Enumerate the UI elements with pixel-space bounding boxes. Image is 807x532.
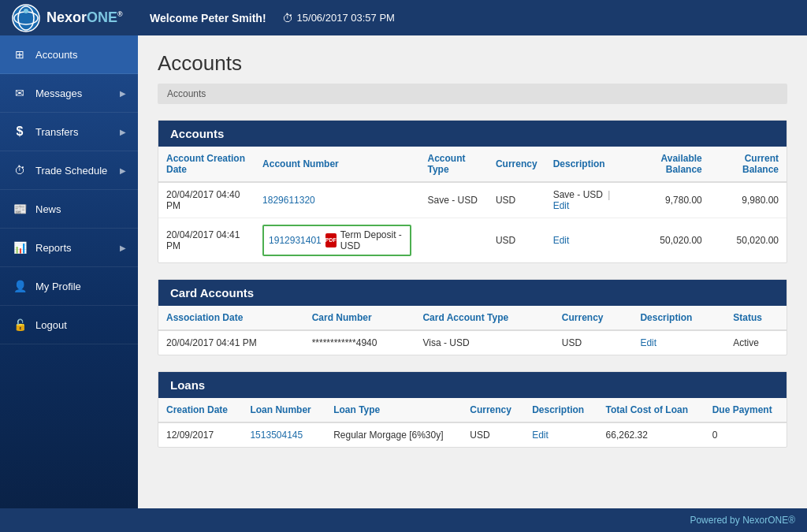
- sidebar-item-news[interactable]: 📰 News: [0, 190, 138, 229]
- card-accounts-heading: Card Accounts: [158, 280, 266, 306]
- col-loan-currency: Currency: [462, 398, 524, 422]
- card-description: Edit: [632, 330, 725, 355]
- loan-total-cost: 66,262.32: [598, 422, 705, 447]
- col-account-number: Account Number: [255, 147, 419, 182]
- sidebar-label-profile: My Profile: [35, 281, 81, 292]
- table-row: 20/04/2017 04:41 PM 1912931401 PDF Term …: [158, 218, 787, 263]
- sidebar-label-accounts: Accounts: [35, 49, 77, 61]
- loan-currency: USD: [462, 422, 524, 447]
- loan-number: 1513504145: [242, 422, 325, 447]
- current-balance-1: 9,980.00: [710, 182, 787, 218]
- sidebar-item-messages[interactable]: ✉ Messages ▶: [0, 74, 138, 113]
- trade-arrow: ▶: [120, 166, 126, 175]
- sidebar-label-reports: Reports: [35, 242, 72, 254]
- breadcrumb: Accounts: [158, 84, 787, 104]
- datetime-text: 15/06/2017 03:57 PM: [297, 12, 395, 24]
- current-balance-2: 50,020.00: [710, 218, 787, 263]
- sidebar-item-trade-schedule[interactable]: ⏱ Trade Schedule ▶: [0, 151, 138, 190]
- creation-date-2: 20/04/2017 04:41 PM: [158, 218, 255, 263]
- news-icon: 📰: [12, 201, 28, 217]
- sidebar-label-transfers: Transfers: [35, 126, 78, 138]
- account-number-link-2[interactable]: 1912931401: [269, 235, 322, 246]
- account-type-2-inline: Term Deposit - USD: [340, 229, 406, 251]
- col-account-type: Account Type: [419, 147, 487, 182]
- top-header: NexorONE® Welcome Peter Smith! ⏱ 15/06/2…: [0, 0, 807, 35]
- col-loan-type: Loan Type: [325, 398, 462, 422]
- col-description: Description: [545, 147, 630, 182]
- col-card-status: Status: [725, 306, 787, 330]
- loans-heading: Loans: [158, 372, 253, 398]
- accounts-table: Account Creation Date Account Number Acc…: [158, 147, 787, 262]
- col-card-currency: Currency: [554, 306, 633, 330]
- col-current-balance: Current Balance: [710, 147, 787, 182]
- highlighted-account-cell: 1912931401 PDF Term Deposit - USD: [262, 225, 411, 256]
- table-row: 12/09/2017 1513504145 Regular Morgage [6…: [158, 422, 787, 447]
- sidebar: ⊞ Accounts ✉ Messages ▶ $ Transfers ▶ ⏱ …: [0, 35, 138, 508]
- loans-table: Creation Date Loan Number Loan Type Curr…: [158, 398, 787, 447]
- col-creation-date: Account Creation Date: [158, 147, 255, 182]
- loan-number-link[interactable]: 1513504145: [250, 430, 303, 441]
- col-currency: Currency: [488, 147, 545, 182]
- creation-date-1: 20/04/2017 04:40 PM: [158, 182, 255, 218]
- logo-icon: [12, 4, 40, 32]
- available-balance-1: 9,780.00: [629, 182, 710, 218]
- col-loan-date: Creation Date: [158, 398, 242, 422]
- logo-text: NexorONE®: [46, 9, 123, 26]
- accounts-section-heading: Accounts: [158, 121, 253, 147]
- reports-icon: 📊: [12, 240, 28, 255]
- col-card-description: Description: [632, 306, 725, 330]
- col-loan-due: Due Payment: [705, 398, 787, 422]
- profile-icon: 👤: [12, 278, 28, 294]
- description-2: Edit: [545, 218, 630, 263]
- sidebar-item-my-profile[interactable]: 👤 My Profile: [0, 267, 138, 306]
- edit-link-2[interactable]: Edit: [553, 235, 570, 246]
- sidebar-label-messages: Messages: [35, 87, 82, 99]
- card-accounts-table: Association Date Card Number Card Accoun…: [158, 306, 787, 355]
- loan-type: Regular Morgage [6%30y]: [325, 422, 462, 447]
- transfers-icon: $: [12, 124, 28, 140]
- card-type: Visa - USD: [415, 330, 553, 355]
- page-title: Accounts: [158, 51, 787, 76]
- messages-arrow: ▶: [120, 89, 126, 98]
- loan-due-payment: 0: [705, 422, 787, 447]
- card-edit-link[interactable]: Edit: [640, 337, 656, 348]
- sidebar-item-logout[interactable]: 🔓 Logout: [0, 306, 138, 344]
- trade-icon: ⏱: [12, 162, 28, 178]
- table-row: 20/04/2017 04:40 PM 1829611320 Save - US…: [158, 182, 787, 218]
- loan-date: 12/09/2017: [158, 422, 242, 447]
- footer-text: Powered by NexorONE®: [690, 515, 795, 526]
- clock-icon: ⏱: [282, 12, 293, 24]
- accounts-icon: ⊞: [12, 47, 28, 62]
- sidebar-item-accounts[interactable]: ⊞ Accounts: [0, 35, 138, 74]
- accounts-section: Accounts Account Creation Date Account N…: [158, 120, 787, 263]
- pdf-icon[interactable]: PDF: [325, 233, 337, 247]
- card-number: ************4940: [304, 330, 415, 355]
- sidebar-label-news: News: [35, 203, 61, 215]
- loans-section: Loans Creation Date Loan Number Loan Typ…: [158, 371, 787, 448]
- logo-area: NexorONE®: [12, 4, 150, 32]
- currency-1: USD: [488, 182, 545, 218]
- sidebar-label-logout: Logout: [35, 319, 67, 331]
- datetime-area: ⏱ 15/06/2017 03:57 PM: [282, 12, 395, 24]
- sidebar-item-reports[interactable]: 📊 Reports ▶: [0, 229, 138, 267]
- col-loan-description: Description: [524, 398, 597, 422]
- description-1: Save - USD | Edit: [545, 182, 630, 218]
- card-status: Active: [725, 330, 787, 355]
- messages-icon: ✉: [12, 85, 28, 101]
- sidebar-item-transfers[interactable]: $ Transfers ▶: [0, 113, 138, 151]
- col-loan-number: Loan Number: [242, 398, 325, 422]
- edit-link-1[interactable]: Edit: [553, 200, 570, 211]
- card-assoc-date: 20/04/2017 04:41 PM: [158, 330, 304, 355]
- account-type-1: Save - USD: [419, 182, 487, 218]
- card-currency: USD: [554, 330, 633, 355]
- col-assoc-date: Association Date: [158, 306, 304, 330]
- account-number-link-1[interactable]: 1829611320: [262, 195, 315, 206]
- table-row: 20/04/2017 04:41 PM ************4940 Vis…: [158, 330, 787, 355]
- card-accounts-section: Card Accounts Association Date Card Numb…: [158, 279, 787, 355]
- col-card-number: Card Number: [304, 306, 415, 330]
- available-balance-2: 50,020.00: [629, 218, 710, 263]
- col-available-balance: Available Balance: [629, 147, 710, 182]
- transfers-arrow: ▶: [120, 128, 126, 136]
- loan-edit-link[interactable]: Edit: [532, 430, 549, 441]
- sidebar-label-trade: Trade Schedule: [35, 165, 107, 177]
